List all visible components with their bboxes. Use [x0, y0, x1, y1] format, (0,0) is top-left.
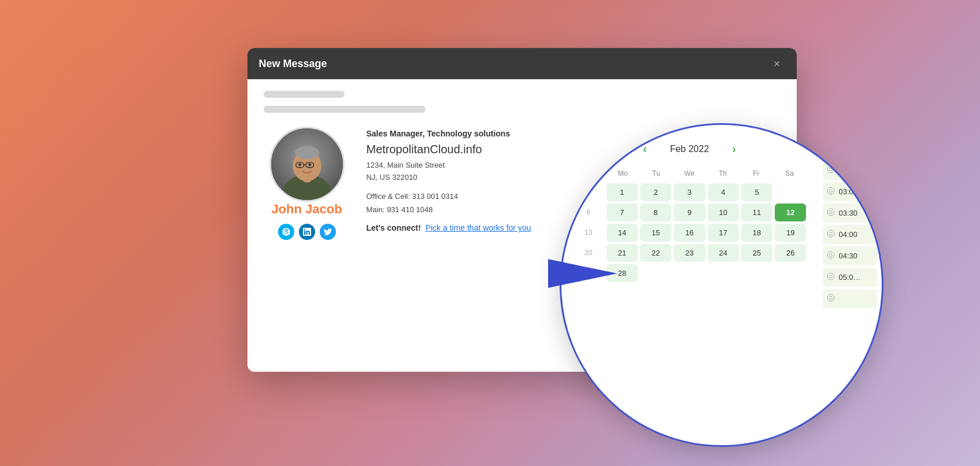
close-button[interactable]: ×: [769, 56, 785, 72]
time-slot-time-0300: 03:00: [839, 187, 858, 196]
email-titlebar: New Message ×: [247, 48, 797, 79]
calendar-next-button[interactable]: ›: [732, 142, 736, 156]
skype-icon[interactable]: [278, 224, 294, 240]
sig-connect-link[interactable]: Pick a time that works for you: [426, 223, 531, 232]
sig-phone2: Main: 931 410 1048: [367, 205, 433, 214]
social-icons: [278, 224, 336, 240]
sig-connect-prefix: Let's connect!: [367, 223, 421, 232]
cal-day-18[interactable]: 18: [741, 224, 772, 242]
time-slot-time-0430: 04:30: [839, 252, 858, 260]
time-slot-extra[interactable]: [823, 289, 877, 308]
avatar: [269, 127, 345, 202]
time-slot-icon-6: [826, 272, 835, 283]
calendar-prev-button[interactable]: ‹: [643, 142, 647, 156]
subject-field-placeholder: [264, 106, 426, 113]
time-slot-icon-5: [826, 250, 835, 261]
cal-day-4[interactable]: 4: [708, 183, 739, 201]
time-slot-icon-2: [826, 186, 835, 197]
time-slots-header: Sat 12: [823, 148, 877, 156]
calendar-popup: ‹ Feb 2022 › Su Mo Tu We Th Fr Sa: [560, 123, 883, 447]
cal-day-24[interactable]: 24: [708, 244, 739, 262]
weekday-we: We: [673, 167, 707, 180]
cal-day-8[interactable]: 8: [640, 204, 671, 221]
cal-day-16[interactable]: 16: [674, 224, 705, 242]
time-slot-icon-3: [826, 208, 835, 219]
window-title: New Message: [259, 58, 327, 70]
weekday-tu: Tu: [639, 167, 673, 180]
cal-day-21[interactable]: 21: [607, 244, 638, 262]
svg-point-11: [827, 187, 834, 194]
weekday-th: Th: [706, 167, 739, 180]
cal-day-9[interactable]: 9: [674, 204, 705, 221]
cal-day-22[interactable]: 22: [640, 244, 671, 262]
signature-name: John Jacob: [271, 202, 342, 217]
sig-address-line1: 1234, Main Suite Street: [367, 161, 445, 169]
cal-day-empty1: .: [775, 183, 806, 201]
time-slot-icon: [826, 165, 835, 176]
sig-address-line2: NJ, US 322010: [367, 173, 417, 182]
cal-day-19[interactable]: 19: [775, 224, 806, 242]
cal-day-17[interactable]: 17: [708, 224, 739, 242]
svg-point-12: [827, 209, 834, 216]
calendar-grid: Su Mo Tu We Th Fr Sa 1 2 3 4: [573, 167, 807, 282]
cal-day-11[interactable]: 11: [741, 204, 772, 221]
time-slot-time-0500: 05:0…: [839, 273, 861, 282]
time-slot-time-0230: 02:30: [839, 166, 858, 175]
calendar-days: 1 2 3 4 5 . 6 7 8 9 10 11 12: [573, 183, 807, 282]
time-slot-0430[interactable]: 04:30: [823, 246, 877, 265]
svg-point-15: [827, 273, 834, 280]
time-slot-0500[interactable]: 05:0…: [823, 268, 877, 287]
cal-day-7[interactable]: 7: [607, 204, 638, 221]
week-label-13: 13: [573, 224, 604, 242]
weekday-fr: Fr: [739, 167, 773, 180]
time-slot-time-0330: 03:30: [839, 209, 858, 217]
time-slot-0330[interactable]: 03:30: [823, 204, 877, 223]
cal-day-23[interactable]: 23: [674, 244, 705, 262]
svg-point-10: [827, 166, 834, 173]
cal-day-1[interactable]: 1: [607, 183, 638, 201]
cal-day-10[interactable]: 10: [708, 204, 739, 221]
time-slot-0400[interactable]: 04:00: [823, 225, 877, 244]
twitter-icon[interactable]: [320, 224, 336, 240]
svg-point-14: [827, 252, 834, 258]
time-slot-time-0400: 04:00: [839, 230, 858, 239]
cal-day-26[interactable]: 26: [775, 244, 806, 262]
cal-day-3[interactable]: 3: [674, 183, 705, 201]
week-label-20: 20: [573, 244, 604, 262]
calendar-main: ‹ Feb 2022 › Su Mo Tu We Th Fr Sa: [561, 142, 818, 434]
svg-point-4: [295, 146, 319, 160]
cal-day-14[interactable]: 14: [607, 224, 638, 242]
time-slot-0300[interactable]: 03:00: [823, 182, 877, 201]
cal-day-15[interactable]: 15: [640, 224, 671, 242]
calendar-month-year: Feb 2022: [670, 144, 709, 154]
time-slot-icon-4: [826, 229, 835, 240]
time-slot-icon-7: [826, 293, 835, 304]
svg-point-8: [298, 164, 301, 167]
svg-point-13: [827, 230, 834, 237]
to-field-placeholder: [264, 91, 345, 98]
weekday-sa: Sa: [773, 167, 807, 180]
time-slots: Sat 12 02:30: [818, 142, 882, 434]
calendar-weekdays: Su Mo Tu We Th Fr Sa: [573, 167, 807, 180]
linkedin-icon[interactable]: [299, 224, 315, 240]
cal-day-5[interactable]: 5: [741, 183, 772, 201]
svg-point-16: [827, 294, 834, 301]
weekday-mo: Mo: [606, 167, 639, 180]
cal-day-25[interactable]: 25: [741, 244, 772, 262]
calendar-inner: ‹ Feb 2022 › Su Mo Tu We Th Fr Sa: [561, 125, 882, 445]
time-slot-0230[interactable]: 02:30: [823, 161, 877, 180]
avatar-name-section: John Jacob: [264, 127, 350, 240]
sig-phone1: Office & Cell: 313 001 0314: [367, 192, 458, 201]
scene: New Message ×: [143, 31, 837, 435]
cal-day-12[interactable]: 12: [775, 204, 806, 221]
svg-point-9: [308, 164, 311, 167]
cal-day-2[interactable]: 2: [640, 183, 671, 201]
